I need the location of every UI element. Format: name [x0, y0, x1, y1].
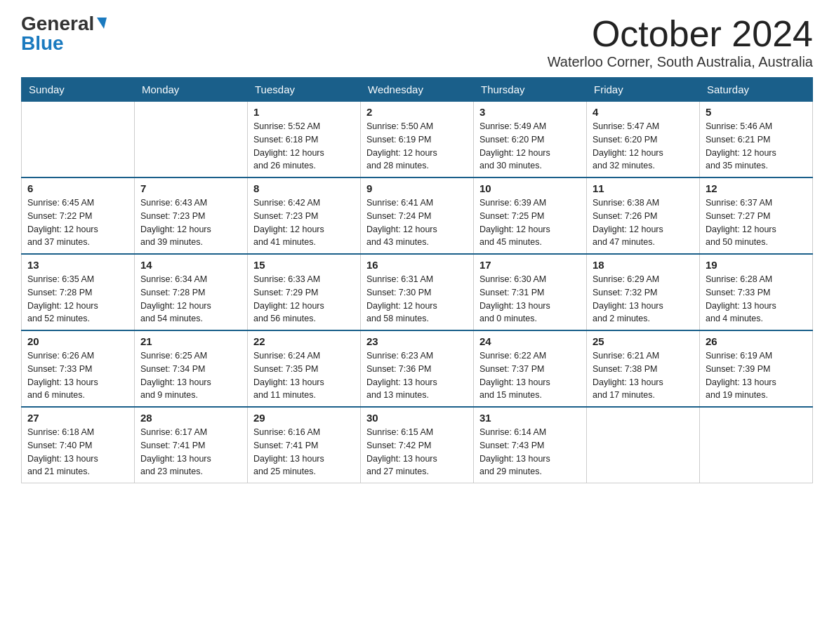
calendar-cell: 7Sunrise: 6:43 AM Sunset: 7:23 PM Daylig…	[135, 177, 248, 254]
calendar-cell: 24Sunrise: 6:22 AM Sunset: 7:37 PM Dayli…	[474, 330, 587, 407]
day-number: 2	[366, 106, 468, 118]
day-number: 13	[27, 259, 128, 271]
day-detail: Sunrise: 6:28 AM Sunset: 7:33 PM Dayligh…	[706, 273, 807, 326]
calendar-week-3: 13Sunrise: 6:35 AM Sunset: 7:28 PM Dayli…	[22, 254, 813, 330]
logo-general: General	[21, 14, 94, 34]
day-number: 11	[593, 182, 694, 194]
day-number: 1	[253, 106, 355, 118]
day-detail: Sunrise: 6:33 AM Sunset: 7:29 PM Dayligh…	[253, 273, 355, 326]
day-number: 21	[140, 335, 241, 347]
calendar-cell: 12Sunrise: 6:37 AM Sunset: 7:27 PM Dayli…	[700, 177, 813, 254]
day-detail: Sunrise: 6:45 AM Sunset: 7:22 PM Dayligh…	[27, 196, 128, 249]
calendar-cell: 8Sunrise: 6:42 AM Sunset: 7:23 PM Daylig…	[248, 177, 361, 254]
day-detail: Sunrise: 6:25 AM Sunset: 7:34 PM Dayligh…	[140, 349, 241, 402]
calendar-cell: 21Sunrise: 6:25 AM Sunset: 7:34 PM Dayli…	[135, 330, 248, 407]
title-area: October 2024 Waterloo Corner, South Aust…	[548, 14, 813, 70]
month-title: October 2024	[548, 14, 813, 54]
day-number: 17	[479, 259, 581, 271]
calendar-cell: 31Sunrise: 6:14 AM Sunset: 7:43 PM Dayli…	[474, 407, 587, 483]
day-detail: Sunrise: 6:34 AM Sunset: 7:28 PM Dayligh…	[140, 273, 241, 326]
day-detail: Sunrise: 6:37 AM Sunset: 7:27 PM Dayligh…	[706, 196, 807, 249]
day-detail: Sunrise: 6:18 AM Sunset: 7:40 PM Dayligh…	[27, 426, 128, 478]
day-number: 15	[253, 259, 355, 271]
calendar-cell: 5Sunrise: 5:46 AM Sunset: 6:21 PM Daylig…	[700, 102, 813, 178]
day-detail: Sunrise: 6:21 AM Sunset: 7:38 PM Dayligh…	[593, 349, 694, 402]
calendar-cell: 9Sunrise: 6:41 AM Sunset: 7:24 PM Daylig…	[361, 177, 474, 254]
day-detail: Sunrise: 6:29 AM Sunset: 7:32 PM Dayligh…	[593, 273, 694, 326]
header-day-tuesday: Tuesday	[248, 78, 361, 102]
day-number: 28	[140, 412, 241, 424]
calendar-cell: 23Sunrise: 6:23 AM Sunset: 7:36 PM Dayli…	[361, 330, 474, 407]
calendar-cell: 13Sunrise: 6:35 AM Sunset: 7:28 PM Dayli…	[22, 254, 135, 330]
day-detail: Sunrise: 6:15 AM Sunset: 7:42 PM Dayligh…	[366, 426, 468, 478]
day-number: 25	[593, 335, 694, 347]
day-detail: Sunrise: 5:47 AM Sunset: 6:20 PM Dayligh…	[593, 120, 694, 173]
calendar-cell	[587, 407, 700, 483]
header-day-wednesday: Wednesday	[361, 78, 474, 102]
day-number: 23	[366, 335, 468, 347]
calendar-cell: 26Sunrise: 6:19 AM Sunset: 7:39 PM Dayli…	[700, 330, 813, 407]
calendar-cell: 16Sunrise: 6:31 AM Sunset: 7:30 PM Dayli…	[361, 254, 474, 330]
day-number: 30	[366, 412, 468, 424]
calendar-cell: 14Sunrise: 6:34 AM Sunset: 7:28 PM Dayli…	[135, 254, 248, 330]
day-detail: Sunrise: 6:16 AM Sunset: 7:41 PM Dayligh…	[253, 426, 355, 478]
day-number: 19	[706, 259, 807, 271]
header-row: SundayMondayTuesdayWednesdayThursdayFrid…	[22, 78, 813, 102]
day-number: 22	[253, 335, 355, 347]
day-number: 16	[366, 259, 468, 271]
calendar-cell: 20Sunrise: 6:26 AM Sunset: 7:33 PM Dayli…	[22, 330, 135, 407]
day-number: 10	[479, 182, 581, 194]
calendar-cell: 10Sunrise: 6:39 AM Sunset: 7:25 PM Dayli…	[474, 177, 587, 254]
day-number: 31	[479, 412, 581, 424]
location-title: Waterloo Corner, South Australia, Austra…	[548, 54, 813, 70]
day-detail: Sunrise: 6:19 AM Sunset: 7:39 PM Dayligh…	[706, 349, 807, 402]
day-detail: Sunrise: 6:30 AM Sunset: 7:31 PM Dayligh…	[479, 273, 581, 326]
header-day-saturday: Saturday	[700, 78, 813, 102]
calendar-cell: 30Sunrise: 6:15 AM Sunset: 7:42 PM Dayli…	[361, 407, 474, 483]
calendar-cell: 6Sunrise: 6:45 AM Sunset: 7:22 PM Daylig…	[22, 177, 135, 254]
day-number: 8	[253, 182, 355, 194]
calendar-cell: 2Sunrise: 5:50 AM Sunset: 6:19 PM Daylig…	[361, 102, 474, 178]
day-number: 14	[140, 259, 241, 271]
day-detail: Sunrise: 6:14 AM Sunset: 7:43 PM Dayligh…	[479, 426, 581, 478]
logo: General Blue	[21, 14, 107, 53]
day-detail: Sunrise: 6:31 AM Sunset: 7:30 PM Dayligh…	[366, 273, 468, 326]
calendar-cell: 27Sunrise: 6:18 AM Sunset: 7:40 PM Dayli…	[22, 407, 135, 483]
calendar-cell: 29Sunrise: 6:16 AM Sunset: 7:41 PM Dayli…	[248, 407, 361, 483]
day-number: 24	[479, 335, 581, 347]
day-number: 3	[479, 106, 581, 118]
calendar-cell: 19Sunrise: 6:28 AM Sunset: 7:33 PM Dayli…	[700, 254, 813, 330]
day-number: 7	[140, 182, 241, 194]
calendar-cell: 1Sunrise: 5:52 AM Sunset: 6:18 PM Daylig…	[248, 102, 361, 178]
day-number: 6	[27, 182, 128, 194]
day-detail: Sunrise: 6:38 AM Sunset: 7:26 PM Dayligh…	[593, 196, 694, 249]
header: General Blue October 2024 Waterloo Corne…	[21, 14, 813, 70]
day-number: 9	[366, 182, 468, 194]
day-detail: Sunrise: 6:26 AM Sunset: 7:33 PM Dayligh…	[27, 349, 128, 402]
calendar-cell: 25Sunrise: 6:21 AM Sunset: 7:38 PM Dayli…	[587, 330, 700, 407]
day-detail: Sunrise: 5:50 AM Sunset: 6:19 PM Dayligh…	[366, 120, 468, 173]
calendar-week-2: 6Sunrise: 6:45 AM Sunset: 7:22 PM Daylig…	[22, 177, 813, 254]
day-detail: Sunrise: 5:52 AM Sunset: 6:18 PM Dayligh…	[253, 120, 355, 173]
calendar-cell	[135, 102, 248, 178]
calendar-cell: 3Sunrise: 5:49 AM Sunset: 6:20 PM Daylig…	[474, 102, 587, 178]
calendar-cell: 15Sunrise: 6:33 AM Sunset: 7:29 PM Dayli…	[248, 254, 361, 330]
day-detail: Sunrise: 6:35 AM Sunset: 7:28 PM Dayligh…	[27, 273, 128, 326]
calendar-cell: 18Sunrise: 6:29 AM Sunset: 7:32 PM Dayli…	[587, 254, 700, 330]
day-number: 5	[706, 106, 807, 118]
day-number: 12	[706, 182, 807, 194]
calendar-cell: 22Sunrise: 6:24 AM Sunset: 7:35 PM Dayli…	[248, 330, 361, 407]
calendar-week-1: 1Sunrise: 5:52 AM Sunset: 6:18 PM Daylig…	[22, 102, 813, 178]
day-number: 27	[27, 412, 128, 424]
day-number: 20	[27, 335, 128, 347]
day-detail: Sunrise: 6:23 AM Sunset: 7:36 PM Dayligh…	[366, 349, 468, 402]
calendar-table: SundayMondayTuesdayWednesdayThursdayFrid…	[21, 77, 813, 483]
calendar-week-5: 27Sunrise: 6:18 AM Sunset: 7:40 PM Dayli…	[22, 407, 813, 483]
day-number: 26	[706, 335, 807, 347]
calendar-cell: 11Sunrise: 6:38 AM Sunset: 7:26 PM Dayli…	[587, 177, 700, 254]
day-number: 18	[593, 259, 694, 271]
calendar-cell	[22, 102, 135, 178]
day-detail: Sunrise: 5:46 AM Sunset: 6:21 PM Dayligh…	[706, 120, 807, 173]
header-day-thursday: Thursday	[474, 78, 587, 102]
header-day-friday: Friday	[587, 78, 700, 102]
